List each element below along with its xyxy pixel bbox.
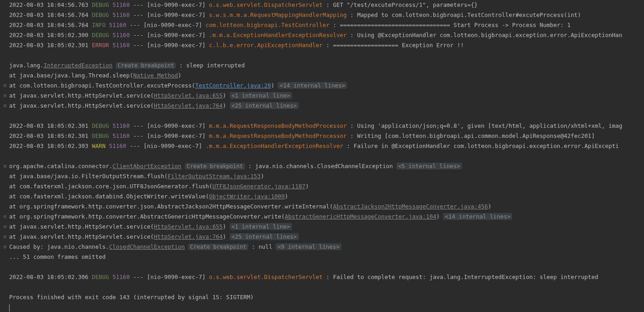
thread: [nio-9090-exec-7] [144,22,206,28]
logger-name: .m.m.a.ExceptionHandlerExceptionResolver [206,142,343,149]
thread: [nio-9090-exec-7] [147,11,209,18]
log-line: at com.fasterxml.jackson.databind.Object… [4,192,644,202]
log-message: : =================== Exception Error !! [326,42,464,49]
log-line: ⊞Caused by: java.nio.channels.ClosedChan… [4,242,644,252]
separator: --- [126,22,144,28]
stack-frame: at java.base/java.lang.Thread.sleep( [9,72,133,79]
log-level: DEBUG [92,132,109,139]
source-link[interactable]: ObjectWriter.java:1009 [209,193,285,200]
log-line: 2022-08-03 18:05:02.301 DEBUG 51160 --- … [4,131,644,141]
log-level: WARN [92,142,106,149]
timestamp: 2022-08-03 18:05:02.306 [9,274,92,280]
source-link[interactable]: HttpServlet.java:764 [154,233,223,240]
folded-lines[interactable]: <14 internal lines> [443,213,512,220]
source-link[interactable]: HttpServlet.java:764 [154,102,223,109]
exception-class[interactable]: ClosedChannelException [109,243,185,250]
logger-name: o.s.web.servlet.DispatcherServlet [209,274,326,280]
thread: [nio-9090-exec-7] [144,142,206,149]
log-line: 2022-08-03 18:04:56.764 DEBUG 51160 --- … [4,10,644,20]
stack-frame: at java.base/java.io.FilterOutputStream.… [9,173,168,180]
folded-lines[interactable]: <25 internal lines> [230,102,299,109]
pid: 51160 [106,142,126,149]
log-level: DEBUG [92,1,109,8]
separator: --- [130,1,147,8]
exception-message: : sleep interrupted [176,62,245,69]
expand-gutter-icon[interactable]: ⊞ [4,91,8,101]
source-link[interactable]: AbstractJackson2HttpMessageConverter.jav… [333,203,488,210]
expand-gutter-icon[interactable]: ⊞ [4,222,8,232]
log-line: ⊞ at javax.servlet.http.HttpServlet.serv… [4,232,644,242]
pid: 51160 [109,132,130,139]
pid: 51160 [109,11,130,18]
log-line: 2022-08-03 18:05:02.300 DEBUG 51160 --- … [4,30,644,40]
exception-class[interactable]: ClientAbortException [113,163,182,170]
log-line [4,151,644,161]
expand-gutter-icon[interactable]: ⊞ [4,242,8,252]
log-line: Process finished with exit code 143 (int… [4,292,644,302]
log-line [4,282,644,292]
expand-gutter-icon[interactable]: ⊞ [4,232,8,242]
exception-class[interactable]: InterruptedException [43,62,113,69]
stack-frame: at javax.servlet.http.HttpServlet.servic… [9,92,154,99]
exception-message: : java.nio.channels.ClosedChannelExcepti… [245,163,396,170]
source-link[interactable]: TestController.java:20 [195,82,271,89]
timestamp: 2022-08-03 18:04:56.763 [9,1,92,8]
log-message: : GET "/test/excuteProcess/1", parameter… [326,1,477,8]
log-line: ⊞ at javax.servlet.http.HttpServlet.serv… [4,222,644,232]
expand-gutter-icon[interactable]: ⊞ [4,101,8,111]
create-breakpoint-button[interactable]: Create breakpoint [188,244,248,250]
create-breakpoint-button[interactable]: Create breakpoint [185,163,245,170]
source-link[interactable]: AbstractGenericHttpMessageConverter.java… [285,213,436,220]
source-link[interactable]: HttpServlet.java:655 [154,223,223,230]
thread: [nio-9090-exec-7] [147,122,209,129]
separator: --- [130,132,147,139]
log-line: 2022-08-03 18:05:02.301 DEBUG 51160 --- … [4,121,644,131]
folded-lines[interactable]: <1 internal line> [230,92,292,99]
create-breakpoint-button[interactable]: Create breakpoint [116,62,176,69]
pid: 51160 [109,42,130,49]
log-message: : ================================ Start… [333,22,570,28]
timestamp: 2022-08-03 18:05:02.300 [9,32,92,38]
log-message: : Using 'application/json;q=0.8', given … [347,122,622,129]
folded-lines[interactable]: <9 internal lines> [276,243,341,250]
stack-frame: at com.fasterxml.jackson.databind.Object… [9,193,209,200]
thread: [nio-9090-exec-7] [147,132,209,139]
log-line: 2022-08-03 18:05:02.303 WARN 51160 --- [… [4,141,644,151]
stack-frame: at javax.servlet.http.HttpServlet.servic… [9,223,154,230]
exception-prefix: org.apache.catalina.connector. [9,163,113,170]
log-line [4,262,644,272]
log-level: DEBUG [92,32,109,38]
thread: [nio-9090-exec-7] [147,274,209,280]
folded-lines[interactable]: <14 internal lines> [278,82,347,89]
timestamp: 2022-08-03 18:04:56.764 [9,22,92,28]
folded-lines[interactable]: <5 internal lines> [396,163,462,170]
log-line: ⊞org.apache.catalina.connector.ClientAbo… [4,161,644,171]
log-line: at org.springframework.http.converter.js… [4,202,644,212]
log-line: at java.base/java.io.FilterOutputStream.… [4,171,644,181]
folded-lines[interactable]: <1 internal line> [230,223,292,230]
timestamp: 2022-08-03 18:05:02.301 [9,122,92,129]
pid: 51160 [109,32,130,38]
source-link[interactable]: FilterOutputStream.java:153 [168,173,260,180]
pid: 51160 [109,274,130,280]
expand-gutter-icon[interactable]: ⊞ [4,161,8,171]
stack-frame: at javax.servlet.http.HttpServlet.servic… [9,233,154,240]
logger-name: c.l.b.e.error.ApiExceptionHandler [209,42,326,49]
expand-gutter-icon[interactable]: ⊞ [4,81,8,91]
log-line: 2022-08-03 18:04:56.763 DEBUG 51160 --- … [4,0,644,10]
log-level: DEBUG [92,11,109,18]
log-message: : Failure in @ExceptionHandler com.lotte… [343,142,619,149]
exception-prefix: java.lang. [9,62,43,69]
log-line: at java.base/java.lang.Thread.sleep(Nati… [4,71,644,81]
folded-lines[interactable]: <25 internal lines> [230,233,299,240]
expand-gutter-icon[interactable]: ⊞ [4,212,8,222]
source-link[interactable]: HttpServlet.java:655 [154,92,223,99]
log-line: ⊞ at javax.servlet.http.HttpServlet.serv… [4,101,644,111]
log-level: DEBUG [92,274,109,280]
timestamp: 2022-08-03 18:05:02.303 [9,142,92,149]
source-link[interactable]: UTF8JsonGenerator.java:1187 [212,183,305,190]
thread: [nio-9090-exec-7] [147,1,209,8]
separator: --- [130,32,147,38]
separator: --- [130,11,147,18]
stack-frame: at javax.servlet.http.HttpServlet.servic… [9,102,154,109]
